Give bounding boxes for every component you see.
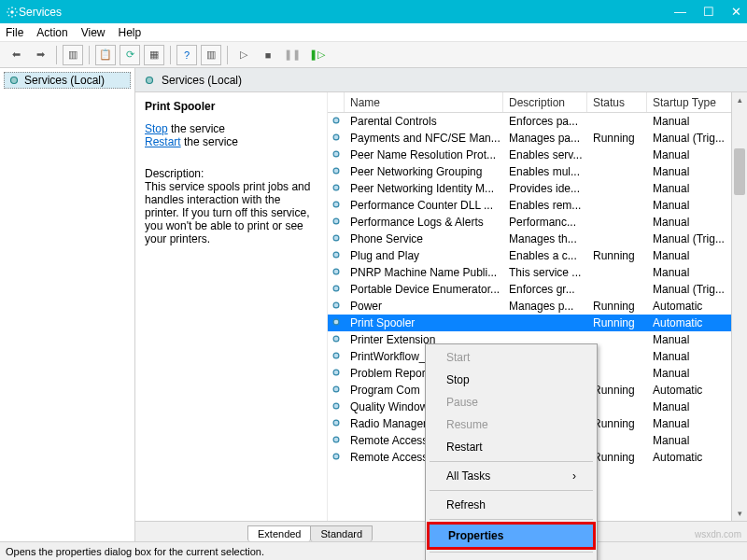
toolbar-extra[interactable]: ▥ <box>201 45 221 65</box>
svg-point-1 <box>11 77 18 84</box>
vertical-scrollbar[interactable]: ▴ ▾ <box>731 92 747 521</box>
stop-service-link[interactable]: Stop <box>145 122 168 135</box>
ctx-restart[interactable]: Restart <box>428 436 595 458</box>
svg-point-0 <box>10 10 14 14</box>
service-row[interactable]: Peer Name Resolution Prot...Enables serv… <box>328 147 731 163</box>
ctx-properties[interactable]: Properties <box>427 522 596 550</box>
desc-label: Description: <box>145 167 317 180</box>
svc-desc: Enables serv... <box>503 148 587 161</box>
tree-root-services-local[interactable]: Services (Local) <box>4 72 131 89</box>
toolbar: ⬅ ➡ ▥ 📋 ⟳ ▦ ? ▥ ▷ ■ ❚❚ ❚▷ <box>0 42 747 68</box>
refresh-button[interactable]: ⟳ <box>120 45 140 65</box>
pause-service-button[interactable]: ❚❚ <box>282 45 303 65</box>
right-header-label: Services (Local) <box>162 74 242 87</box>
svc-name: Performance Counter DLL ... <box>345 199 503 212</box>
gear-icon <box>330 131 343 144</box>
stop-text: the service <box>168 122 225 135</box>
svc-desc: Enforces gr... <box>503 283 587 296</box>
svc-name: Parental Controls <box>345 115 503 128</box>
menu-view[interactable]: View <box>81 26 106 39</box>
watermark: wsxdn.com <box>695 529 741 539</box>
svc-startup: Manual <box>647 400 731 413</box>
service-row[interactable]: Print SpoolerRunningAutomaticLoc <box>328 315 731 331</box>
properties-button[interactable]: ▦ <box>144 45 164 65</box>
tab-extended[interactable]: Extended <box>247 525 311 541</box>
start-service-button[interactable]: ▷ <box>233 45 254 65</box>
titlebar: Services — ☐ ✕ <box>0 0 747 23</box>
scroll-down-icon[interactable]: ▾ <box>732 506 747 521</box>
service-row[interactable]: Parental ControlsEnforces pa...ManualLoc <box>328 113 731 130</box>
svc-startup: Manual <box>647 333 731 346</box>
col-status[interactable]: Status <box>587 92 647 112</box>
gear-icon <box>330 416 343 429</box>
maximize-button[interactable]: ☐ <box>703 5 714 19</box>
svc-startup: Manual <box>647 115 731 128</box>
export-button[interactable]: 📋 <box>95 45 116 65</box>
forward-button[interactable]: ➡ <box>30 45 50 65</box>
svg-point-21 <box>333 420 339 426</box>
detail-heading: Print Spooler <box>145 100 317 113</box>
svc-startup: Manual <box>647 249 731 262</box>
service-row[interactable]: Portable Device Enumerator...Enforces gr… <box>328 281 731 298</box>
help-button[interactable]: ? <box>176 45 197 65</box>
svc-startup: Automatic <box>647 451 731 464</box>
close-button[interactable]: ✕ <box>731 5 741 19</box>
ctx-stop[interactable]: Stop <box>428 369 595 391</box>
main-area: Services (Local) Services (Local) Print … <box>0 68 747 541</box>
tree-root-label: Services (Local) <box>24 74 105 87</box>
back-button[interactable]: ⬅ <box>6 45 26 65</box>
ctx-all-tasks[interactable]: All Tasks› <box>428 465 595 487</box>
status-text: Opens the properties dialog box for the … <box>6 546 264 557</box>
svc-startup: Automatic <box>647 384 731 397</box>
gear-icon <box>330 399 343 413</box>
service-row[interactable]: Performance Logs & AlertsPerformanc...Ma… <box>328 214 731 231</box>
svc-startup: Automatic <box>647 316 731 329</box>
col-startup[interactable]: Startup Type <box>647 92 733 112</box>
ctx-help[interactable]: Help <box>428 555 595 560</box>
col-desc[interactable]: Description <box>503 92 587 112</box>
svc-name: Payments and NFC/SE Man... <box>345 132 503 145</box>
gear-icon <box>330 349 343 362</box>
svg-point-23 <box>333 454 339 459</box>
gear-icon <box>330 383 343 396</box>
gear-icon <box>330 366 343 379</box>
gear-icon <box>330 215 343 228</box>
service-row[interactable]: Performance Counter DLL ...Enables rem..… <box>328 197 731 214</box>
svc-name: Peer Name Resolution Prot... <box>345 148 503 161</box>
service-row[interactable]: Peer Networking Identity M...Provides id… <box>328 180 731 197</box>
svc-desc: Provides ide... <box>503 182 587 195</box>
context-menu: Start Stop Pause Resume Restart All Task… <box>425 343 598 560</box>
scroll-thumb[interactable] <box>734 148 745 195</box>
menubar: File Action View Help <box>0 23 747 42</box>
status-bar: Opens the properties dialog box for the … <box>0 541 747 560</box>
svg-point-9 <box>333 218 339 224</box>
svc-startup: Manual <box>647 165 731 178</box>
ctx-refresh[interactable]: Refresh <box>428 494 595 516</box>
svc-startup: Manual <box>647 182 731 195</box>
svg-point-6 <box>333 168 339 174</box>
svg-point-4 <box>333 134 339 140</box>
svc-name: Peer Networking Identity M... <box>345 182 503 195</box>
gear-icon <box>330 332 343 345</box>
restart-text: the service <box>181 135 238 148</box>
menu-action[interactable]: Action <box>36 26 67 39</box>
restart-service-button[interactable]: ❚▷ <box>306 45 327 65</box>
show-hide-tree-button[interactable]: ▥ <box>63 45 83 65</box>
col-name[interactable]: Name <box>345 92 503 112</box>
svg-point-2 <box>147 77 153 83</box>
scroll-up-icon[interactable]: ▴ <box>732 92 747 107</box>
service-row[interactable]: PowerManages p...RunningAutomaticLoc <box>328 298 731 315</box>
restart-service-link[interactable]: Restart <box>145 135 181 148</box>
svc-desc: This service ... <box>503 266 587 279</box>
service-row[interactable]: Payments and NFC/SE Man...Manages pa...R… <box>328 130 731 147</box>
svc-desc: Enforces pa... <box>503 115 587 128</box>
service-row[interactable]: Peer Networking GroupingEnables mul...Ma… <box>328 163 731 180</box>
service-row[interactable]: Plug and PlayEnables a c...RunningManual… <box>328 247 731 264</box>
minimize-button[interactable]: — <box>674 5 686 19</box>
service-row[interactable]: PNRP Machine Name Publi...This service .… <box>328 264 731 281</box>
stop-service-button[interactable]: ■ <box>258 45 278 65</box>
menu-file[interactable]: File <box>6 26 23 39</box>
menu-help[interactable]: Help <box>119 26 142 39</box>
service-row[interactable]: Phone ServiceManages th...Manual (Trig..… <box>328 231 731 247</box>
tab-standard[interactable]: Standard <box>310 525 373 541</box>
